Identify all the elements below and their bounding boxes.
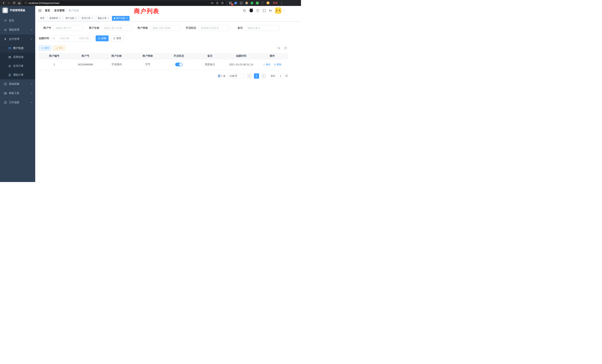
pagination: 共 1 条 10条/页 1 前往: [39, 73, 288, 79]
status-select[interactable]: [198, 25, 231, 31]
app-logo-row[interactable]: 芋道管理系统: [0, 6, 35, 15]
sidebar-item-dev-tools[interactable]: 研发工具: [0, 89, 35, 98]
github-icon[interactable]: [249, 9, 253, 12]
full-name-input[interactable]: [102, 25, 132, 31]
extension-drop-icon[interactable]: [234, 1, 237, 5]
tab-label: 支付订单: [81, 17, 90, 20]
close-icon[interactable]: ✕: [108, 17, 109, 19]
close-icon[interactable]: ✕: [126, 17, 128, 19]
browser-back-icon[interactable]: [2, 1, 6, 5]
briefcase-icon: [4, 101, 7, 104]
refresh-button[interactable]: [283, 46, 288, 50]
fullscreen-icon[interactable]: [262, 9, 266, 12]
sidebar-item-label: 退款订单: [13, 73, 23, 76]
address-bar[interactable]: i localhost:1024/pay/merchant: [23, 1, 226, 5]
next-page-button[interactable]: [261, 73, 266, 79]
browser-menu-icon[interactable]: ⋮: [280, 1, 283, 4]
sidebar-item-refund-order[interactable]: 退款订单: [0, 70, 35, 79]
cell-merchant-no: M233666999: [70, 59, 101, 70]
status-label: 开启状态: [185, 26, 196, 30]
cell-full-name: 芋道源码: [101, 59, 132, 70]
sidebar: 芋道管理系统 首页 系统管理 ¥ 支付管理: [0, 6, 35, 182]
sidebar-item-label: 工作流程: [9, 101, 19, 104]
header-actions: ? TT: [243, 7, 297, 14]
extension-green-square-icon[interactable]: ≡: [256, 1, 259, 5]
tab-user-group[interactable]: 用户分组 ✕: [63, 16, 79, 21]
breadcrumb-pay[interactable]: 支付管理: [54, 9, 64, 12]
browser-reload-icon[interactable]: [12, 1, 16, 5]
app-title: 芋道管理系统: [10, 9, 25, 12]
tab-refund-order[interactable]: 退款订单 ✕: [96, 16, 111, 21]
filter-row-1: 商户号 商户全称 商户简称 开启状态: [39, 25, 288, 31]
prev-page-button[interactable]: [247, 73, 252, 79]
target-icon: [8, 64, 11, 67]
site-info-icon[interactable]: i: [24, 2, 27, 4]
pagination-total: 共 1 条: [218, 74, 226, 78]
extension-grid-icon[interactable]: 10: [229, 1, 232, 5]
url-text[interactable]: localhost:1024/pay/merchant: [29, 2, 209, 4]
short-name-input[interactable]: [150, 25, 180, 31]
pay-submenu: 商户信息 应用信息 支付订单: [0, 44, 35, 79]
extension-pin-icon[interactable]: [261, 1, 264, 5]
close-icon[interactable]: ✕: [91, 17, 93, 19]
merchant-no-input[interactable]: [53, 25, 83, 31]
search-button[interactable]: 搜索: [96, 35, 109, 41]
sidebar-item-workflow[interactable]: 工作流程: [0, 98, 35, 107]
current-page-button[interactable]: 1: [254, 73, 259, 79]
add-button[interactable]: 新增: [39, 45, 51, 51]
status-toggle[interactable]: [175, 63, 183, 66]
sidebar-item-merchant-info[interactable]: 商户信息: [0, 44, 35, 53]
sidebar-item-pay-order[interactable]: 支付订单: [0, 62, 35, 70]
col-remark: 备注: [194, 53, 226, 59]
sidebar-item-label: 支付管理: [9, 37, 19, 41]
edit-button[interactable]: 修改: [263, 63, 271, 66]
extension-check-icon[interactable]: ✓: [250, 1, 254, 5]
gear-icon: [4, 28, 7, 32]
remark-input[interactable]: [245, 25, 280, 31]
tab-label: 流程表单: [49, 17, 58, 20]
sidebar-toggle-icon[interactable]: [38, 9, 42, 13]
browser-forward-icon[interactable]: [7, 1, 11, 5]
chevron-down-icon: [30, 101, 33, 104]
delete-button[interactable]: 删除: [274, 63, 281, 66]
sidebar-item-pay[interactable]: ¥ 支付管理: [0, 34, 35, 44]
sidebar-item-system[interactable]: 系统管理: [0, 25, 35, 34]
avatar-caret-icon[interactable]: [283, 10, 285, 12]
page-size-select[interactable]: 10条/页: [227, 73, 245, 79]
cell-remark: 我是备注: [194, 59, 226, 70]
breadcrumb-home[interactable]: 首页: [45, 9, 50, 12]
password-key-icon[interactable]: [211, 1, 214, 4]
chevron-down-icon: [30, 92, 33, 94]
export-button[interactable]: 导出: [53, 45, 65, 51]
browser-update-button[interactable]: 更新: [273, 1, 278, 5]
close-icon[interactable]: ✕: [75, 17, 77, 19]
total-count: 1: [221, 75, 222, 77]
sidebar-item-home[interactable]: 首页: [0, 16, 35, 25]
chevron-down-icon: [30, 29, 33, 31]
extension-ring-icon[interactable]: [239, 1, 243, 5]
goto-page-input[interactable]: [277, 73, 284, 79]
reset-button[interactable]: 重置: [111, 35, 123, 41]
help-icon[interactable]: ?: [256, 9, 259, 12]
tab-home[interactable]: 首页: [38, 16, 46, 21]
tab-process-form[interactable]: 流程表单 ✕: [47, 16, 63, 21]
user-avatar[interactable]: [275, 7, 281, 14]
show-search-toggle-button[interactable]: [276, 46, 281, 50]
bookmark-star-icon[interactable]: [221, 1, 224, 4]
edit-button-label: 修改: [266, 63, 271, 66]
sidebar-item-app-info[interactable]: 应用信息: [0, 53, 35, 62]
browser-profile-avatar[interactable]: [266, 1, 270, 5]
extension-avatar-icon[interactable]: [245, 1, 248, 5]
sidebar-item-infra[interactable]: 基础设施: [0, 79, 35, 89]
table-header-row: 商户编号 商户号 商户全称 商户简称 开启状态 备注 创建时间 操作: [39, 53, 288, 59]
close-icon[interactable]: ✕: [59, 17, 61, 19]
share-icon[interactable]: [216, 1, 219, 4]
browser-home-icon[interactable]: [17, 1, 21, 5]
font-size-icon[interactable]: TT: [269, 9, 272, 12]
create-time-range-picker[interactable]: 开始日期 - 结束日期: [50, 35, 94, 41]
search-icon[interactable]: [243, 9, 246, 12]
tab-merchant-info[interactable]: 商户信息 ✕: [112, 16, 129, 21]
red-annotation-title: 商户列表: [134, 7, 159, 15]
tab-pay-order[interactable]: 支付订单 ✕: [79, 16, 95, 21]
short-name-label: 商户简称: [137, 26, 148, 30]
